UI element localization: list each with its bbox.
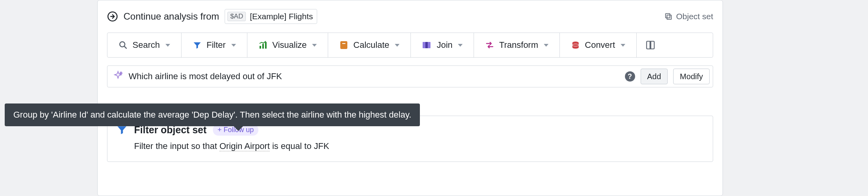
svg-point-10 xyxy=(342,45,343,46)
svg-rect-7 xyxy=(265,42,267,49)
object-set-button[interactable]: Object set xyxy=(664,12,713,21)
calculate-label: Calculate xyxy=(353,40,389,50)
chart-icon xyxy=(258,40,268,50)
chevron-down-icon xyxy=(395,44,399,47)
svg-rect-6 xyxy=(262,44,264,49)
filter-button[interactable]: Filter xyxy=(182,33,247,57)
book-icon xyxy=(645,40,656,50)
transform-button[interactable]: Transform xyxy=(474,33,559,57)
database-icon xyxy=(571,40,580,50)
filter-label: Filter xyxy=(207,40,226,50)
copy-icon xyxy=(664,12,673,21)
calculator-icon xyxy=(339,40,349,50)
convert-label: Convert xyxy=(585,40,615,50)
svg-point-12 xyxy=(345,45,346,46)
search-icon xyxy=(118,40,128,50)
chevron-down-icon xyxy=(544,44,548,47)
svg-point-14 xyxy=(343,47,344,48)
continue-arrow-icon xyxy=(107,11,118,22)
calculate-button[interactable]: Calculate xyxy=(328,33,411,57)
desc-prefix: Filter the input so that xyxy=(134,141,220,151)
join-icon xyxy=(422,40,432,50)
svg-point-11 xyxy=(343,45,344,46)
ai-sparkle-icon xyxy=(113,71,123,83)
chevron-down-icon xyxy=(458,44,463,47)
source-chip[interactable]: $AD [Example] Flights xyxy=(225,9,317,24)
docs-button[interactable] xyxy=(637,33,664,57)
svg-line-4 xyxy=(124,46,127,49)
svg-rect-9 xyxy=(342,43,346,44)
action-toolbar: Search Filter Visualize Ca xyxy=(107,33,713,58)
transform-label: Transform xyxy=(499,40,538,50)
visualize-label: Visualize xyxy=(272,40,307,50)
svg-rect-5 xyxy=(260,46,261,49)
svg-rect-18 xyxy=(425,42,428,48)
search-button[interactable]: Search xyxy=(107,33,182,57)
chevron-down-icon xyxy=(312,44,317,47)
search-label: Search xyxy=(133,40,160,50)
svg-rect-1 xyxy=(667,15,672,19)
query-input[interactable] xyxy=(129,71,619,82)
svg-point-13 xyxy=(342,47,343,48)
visualize-button[interactable]: Visualize xyxy=(247,33,329,57)
header-prefix: Continue analysis from xyxy=(123,11,219,22)
svg-point-3 xyxy=(120,42,125,47)
svg-point-15 xyxy=(345,47,346,48)
result-description: Filter the input so that Origin Airport … xyxy=(134,141,704,151)
chip-badge: $AD xyxy=(227,12,246,21)
chevron-down-icon xyxy=(165,44,170,47)
header-row: Continue analysis from $AD [Example] Fli… xyxy=(107,7,713,25)
desc-field[interactable]: Origin Airport xyxy=(220,141,270,151)
join-label: Join xyxy=(437,40,452,50)
add-button[interactable]: Add xyxy=(641,69,668,84)
chip-label: [Example] Flights xyxy=(250,12,313,21)
filter-icon xyxy=(192,40,202,50)
hint-tooltip: Group by 'Airline Id' and calculate the … xyxy=(5,103,420,126)
svg-rect-2 xyxy=(666,14,670,18)
query-input-row: ? Add Modify xyxy=(107,65,713,87)
desc-suffix: is equal to JFK xyxy=(270,141,329,151)
convert-button[interactable]: Convert xyxy=(560,33,637,57)
chevron-down-icon xyxy=(621,44,625,47)
help-icon[interactable]: ? xyxy=(625,71,635,82)
join-button[interactable]: Join xyxy=(411,33,474,57)
object-set-label: Object set xyxy=(676,12,713,21)
chevron-down-icon xyxy=(231,44,236,47)
transform-icon xyxy=(485,40,494,50)
analysis-panel: Continue analysis from $AD [Example] Fli… xyxy=(97,0,723,196)
modify-button[interactable]: Modify xyxy=(673,69,710,84)
